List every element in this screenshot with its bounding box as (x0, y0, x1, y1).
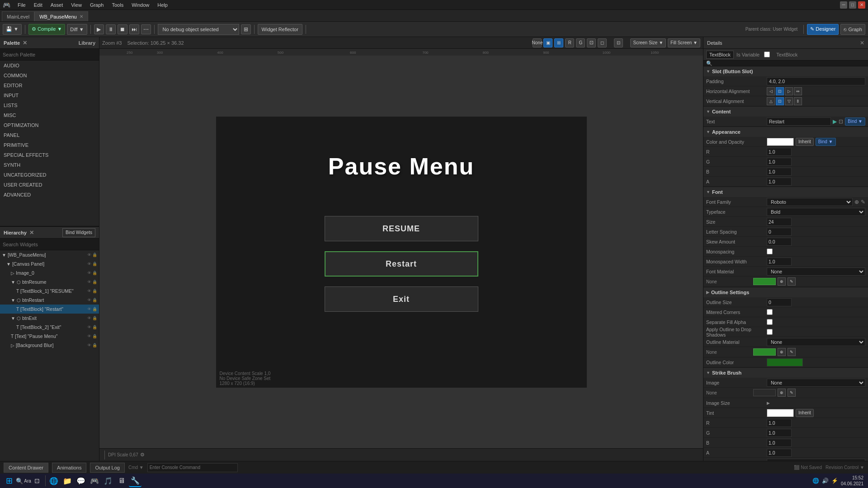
tint-inherit-button[interactable]: Inherit (796, 409, 814, 417)
outline-material-edit-btn[interactable]: ✎ (788, 348, 796, 356)
strike-image-color[interactable] (753, 389, 776, 396)
save-button[interactable]: 💾 ▼ (3, 24, 22, 35)
font-add-icon[interactable]: ⊕ (854, 199, 859, 205)
palette-item-misc[interactable]: MISC (0, 110, 99, 120)
hierarchy-close-btn[interactable]: ✕ (29, 230, 34, 236)
tab-main-level[interactable]: MainLevel (2, 11, 34, 21)
volume-icon[interactable]: 🔊 (822, 478, 829, 484)
tree-item-btn-exit[interactable]: ▼ ⬡ btnExit 👁🔒 (0, 314, 99, 323)
fill-screen-button[interactable]: Fill Screen ▼ (668, 38, 700, 47)
tree-item-textblock-exit[interactable]: T [TextBlock_2] "Exit" 👁🔒 (0, 323, 99, 332)
palette-item-lists[interactable]: LISTS (0, 100, 99, 110)
clock[interactable]: 15:52 04.06.2021 (841, 475, 863, 487)
tree-action-lock-tb-exit[interactable]: 🔒 (92, 325, 97, 329)
hierarchy-search-input[interactable] (0, 239, 99, 250)
dpi-gear-icon[interactable]: ⚙ (140, 452, 145, 458)
tree-item-image0[interactable]: ▷ Image_0 👁🔒 (0, 268, 99, 277)
taskbar-app-1[interactable]: 🌐 (47, 474, 60, 487)
cmd-label[interactable]: Cmd ▼ (128, 465, 144, 470)
mitered-checkbox[interactable] (767, 309, 773, 315)
taskbar-app-5[interactable]: 🎵 (102, 474, 114, 487)
details-search-input[interactable] (703, 61, 868, 66)
output-log-tab[interactable]: Output Log (90, 463, 124, 473)
tree-action-lock-img[interactable]: 🔒 (92, 271, 97, 275)
font-material-select[interactable]: None (767, 267, 865, 276)
strike-image-select[interactable]: None (767, 379, 865, 387)
menu-edit[interactable]: Edit (30, 1, 46, 9)
view-mode-2[interactable]: ⊞ (554, 38, 563, 47)
font-edit-icon[interactable]: ✎ (861, 199, 865, 205)
bind-widgets-button[interactable]: Bind Widgets (62, 228, 95, 237)
apply-outline-checkbox[interactable] (767, 329, 773, 335)
palette-close-btn[interactable]: ✕ (23, 40, 27, 46)
tint-g-input[interactable] (767, 429, 792, 437)
view-mode-5[interactable]: ⚀ (587, 38, 596, 47)
compile-button[interactable]: ⚙ Compile ▼ (28, 24, 65, 35)
r-input[interactable] (767, 148, 792, 156)
strike-image-edit-btn[interactable]: ✎ (788, 389, 796, 397)
tint-a-input[interactable] (767, 449, 792, 457)
library-label[interactable]: Library (79, 40, 95, 46)
designer-button[interactable]: ✎ Designer (807, 24, 839, 35)
align-center-h-btn[interactable]: ⊡ (776, 87, 784, 95)
g-input[interactable] (767, 158, 792, 166)
view-none-btn[interactable]: None (533, 38, 542, 47)
font-section-header[interactable]: ▼ Font (703, 187, 868, 197)
tree-item-wb-pausemenu[interactable]: ▼ [WB_PauseMenu] 👁🔒 (0, 250, 99, 259)
tree-action-lock-blur[interactable]: 🔒 (92, 343, 97, 347)
tree-action-lock-tb-restart[interactable]: 🔒 (92, 307, 97, 311)
tree-action-eye-blur[interactable]: 👁 (87, 343, 91, 347)
menu-help[interactable]: Help (154, 1, 171, 9)
tree-action-eye-exit[interactable]: 👁 (87, 316, 91, 320)
palette-item-uncategorized[interactable]: UNCATEGORIZED (0, 170, 99, 180)
slot-section-header[interactable]: ▼ Slot (Button Slot) (703, 66, 868, 76)
view-mode-1[interactable]: ▣ (543, 38, 552, 47)
image-size-arrow[interactable]: ▶ (767, 401, 770, 405)
taskbar-app-3[interactable]: 💬 (75, 474, 87, 487)
widget-reflector-button[interactable]: Widget Reflector (258, 24, 302, 35)
separate-fill-checkbox[interactable] (767, 319, 773, 325)
appearance-section-header[interactable]: ▼ Appearance (703, 127, 868, 137)
tree-action-lock[interactable]: 🔒 (92, 253, 97, 257)
font-material-edit-btn[interactable]: ✎ (788, 277, 796, 286)
exit-button[interactable]: Exit (325, 286, 478, 312)
debug-extra-btn[interactable]: ⊞ (241, 24, 251, 34)
align-right-btn[interactable]: ▷ (785, 87, 793, 95)
content-drawer-tab[interactable]: Content Drawer (4, 463, 48, 473)
diff-button[interactable]: Diff ▼ (67, 24, 87, 35)
menu-tools[interactable]: Tools (108, 1, 127, 9)
menu-file[interactable]: File (14, 1, 29, 9)
more-button[interactable]: ⋯ (141, 24, 151, 34)
outline-section-header[interactable]: ▶ Outline Settings (703, 287, 868, 297)
taskbar-app-2[interactable]: 📁 (61, 474, 74, 487)
typeface-select[interactable]: Bold (767, 208, 865, 216)
tree-action-lock-restart[interactable]: 🔒 (92, 298, 97, 302)
strike-image-add-btn[interactable]: ⊕ (778, 389, 786, 397)
pause-button[interactable]: ⏸ (106, 24, 116, 34)
tree-item-background-blur[interactable]: ▷ [Background Blur] 👁🔒 (0, 341, 99, 350)
menu-window[interactable]: Window (128, 1, 153, 9)
play-button[interactable]: ▶ (94, 24, 104, 34)
tree-action-eye-tb-exit[interactable]: 👁 (87, 325, 91, 329)
is-variable-checkbox[interactable] (764, 52, 770, 57)
padding-value[interactable]: 4.0, 2.0 (767, 77, 865, 85)
palette-item-special[interactable]: SPECIAL EFFECTS (0, 150, 99, 160)
outline-color-swatch[interactable] (767, 358, 803, 366)
tree-action-eye[interactable]: 👁 (87, 253, 91, 257)
search-taskbar[interactable]: 🔍 Ara (17, 474, 30, 487)
view-mode-3[interactable]: R (565, 38, 574, 47)
animations-tab[interactable]: Animations (52, 463, 86, 473)
text-bind-button[interactable]: Bind ▼ (845, 117, 865, 126)
screen-size-button[interactable]: Screen Size ▼ (630, 38, 666, 47)
align-left-btn[interactable]: ◁ (767, 87, 775, 95)
maximize-button[interactable]: □ (849, 1, 856, 9)
minimize-button[interactable]: ─ (840, 1, 847, 9)
size-input[interactable] (767, 218, 792, 226)
align-fill-v-btn[interactable]: ⇕ (794, 97, 802, 105)
palette-item-common[interactable]: COMMON (0, 70, 99, 80)
resume-button[interactable]: RESUME (325, 216, 478, 241)
content-section-header[interactable]: ▼ Content (703, 107, 868, 117)
tint-b-input[interactable] (767, 439, 792, 447)
font-family-select[interactable]: Roboto (767, 198, 853, 206)
palette-item-audio[interactable]: AUDIO (0, 61, 99, 70)
